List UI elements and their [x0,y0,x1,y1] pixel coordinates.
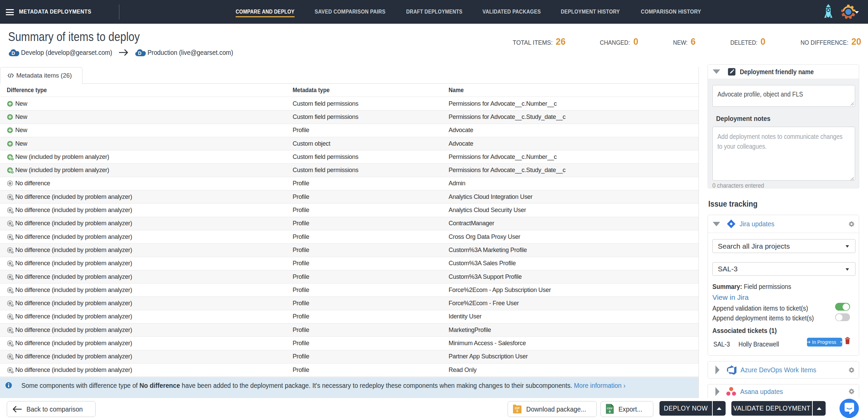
svg-text:ZIP: ZIP [515,406,520,410]
svg-text:D: D [12,50,15,56]
svg-text:D: D [138,50,141,56]
svg-text:CSV: CSV [607,406,613,410]
